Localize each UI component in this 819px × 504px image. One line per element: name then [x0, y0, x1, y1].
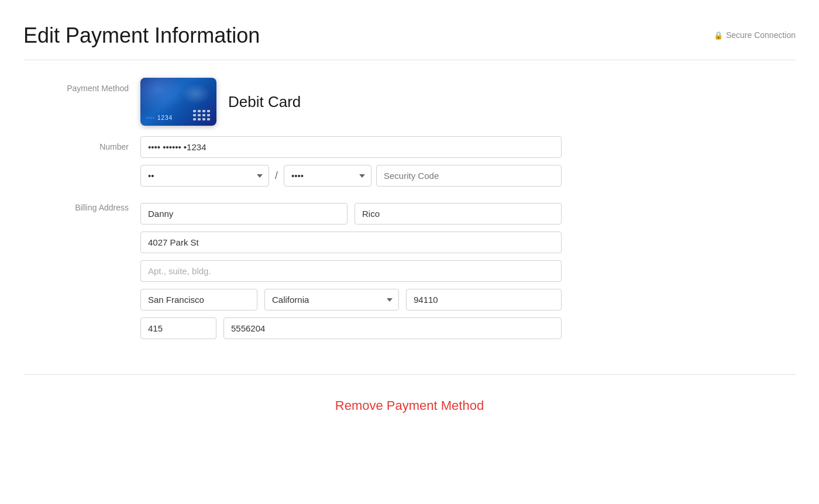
expiry-row: •• / •••• [140, 165, 562, 187]
card-chip-dots [193, 110, 211, 121]
card-number-row: Number •• / •••• [23, 136, 796, 187]
expiry-year-select[interactable]: •••• [284, 165, 371, 187]
payment-form: Payment Method ···· 1234 [23, 60, 796, 374]
secure-connection-indicator: 🔒 Secure Connection [714, 23, 796, 40]
slash-divider: / [274, 170, 279, 182]
payment-method-content: ···· 1234 [140, 78, 562, 126]
area-code-input[interactable] [140, 317, 216, 339]
street-input[interactable] [140, 232, 562, 253]
city-state-zip-row: California Alabama Alaska Arizona Arkans… [140, 289, 562, 310]
number-input-container [140, 136, 562, 158]
card-number-input[interactable] [140, 136, 562, 158]
remove-payment-button[interactable]: Remove Payment Method [324, 392, 495, 419]
card-image: ···· 1234 [140, 78, 216, 126]
payment-method-display: ···· 1234 [140, 78, 562, 126]
card-type-label: Debit Card [228, 93, 301, 111]
lock-icon: 🔒 [714, 31, 723, 40]
zip-input[interactable] [406, 289, 562, 310]
state-select[interactable]: California Alabama Alaska Arizona Arkans… [264, 289, 399, 310]
street-row [140, 232, 562, 253]
city-input[interactable] [140, 289, 257, 310]
page-title: Edit Payment Information [23, 23, 260, 48]
billing-address-row: Billing Address California Alabama [23, 197, 796, 346]
secure-connection-label: Secure Connection [726, 30, 796, 40]
first-name-input[interactable] [140, 203, 347, 225]
phone-number-input[interactable] [223, 317, 562, 339]
apt-input[interactable] [140, 260, 562, 282]
number-label: Number [23, 136, 140, 151]
phone-row [140, 317, 562, 339]
bottom-section: Remove Payment Method [23, 375, 796, 454]
payment-method-row: Payment Method ···· 1234 [23, 78, 796, 126]
security-code-input[interactable] [376, 165, 562, 187]
page-header: Edit Payment Information 🔒 Secure Connec… [23, 0, 796, 60]
billing-address-label: Billing Address [23, 197, 140, 212]
apt-row [140, 260, 562, 282]
payment-method-label: Payment Method [23, 78, 140, 93]
last-name-input[interactable] [355, 203, 562, 225]
billing-address-content: California Alabama Alaska Arizona Arkans… [140, 203, 562, 346]
expiry-month-select[interactable]: •• [140, 165, 269, 187]
number-field-content: •• / •••• [140, 136, 562, 187]
name-row [140, 203, 562, 225]
